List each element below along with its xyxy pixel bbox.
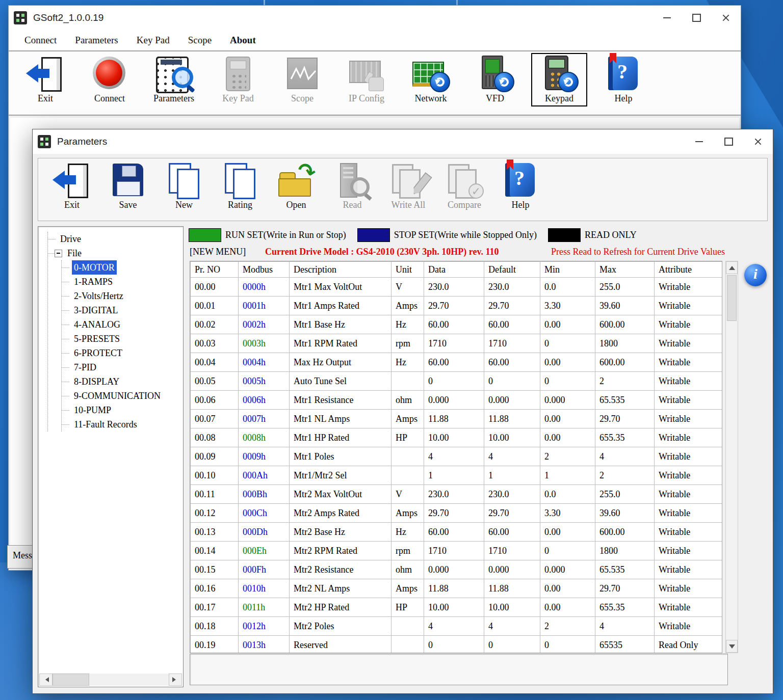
cell-min[interactable]: 2: [540, 447, 595, 466]
cell-pr[interactable]: 00.01: [191, 297, 239, 315]
cell-pr[interactable]: 00.06: [191, 391, 239, 410]
cell-modbus[interactable]: 0006h: [239, 391, 290, 410]
tree-item-10-pump[interactable]: 10-PUMP: [62, 403, 181, 417]
cell-data[interactable]: 10.00: [424, 598, 484, 617]
tree-item-1-ramps[interactable]: 1-RAMPS: [62, 275, 181, 289]
cell-desc[interactable]: Mtr1 Amps Rated: [290, 297, 392, 315]
tree-item-8-display[interactable]: 8-DISPLAY: [62, 374, 181, 389]
cell-desc[interactable]: Reserved: [290, 636, 392, 654]
cell-max[interactable]: 1800: [595, 334, 655, 353]
cell-attr[interactable]: Writable: [655, 523, 722, 542]
cell-max[interactable]: 2: [595, 466, 655, 485]
menu-item-about[interactable]: About: [221, 32, 265, 49]
cell-desc[interactable]: Mtr2 RPM Rated: [290, 542, 392, 560]
cell-max[interactable]: 65535: [595, 636, 655, 654]
cell-default[interactable]: 10.00: [484, 428, 540, 447]
cell-default[interactable]: 4: [484, 617, 540, 636]
toolbar-button-parameters[interactable]: Parameters: [148, 56, 199, 104]
cell-attr[interactable]: Writable: [655, 297, 722, 315]
cell-attr[interactable]: Writable: [655, 617, 722, 636]
cell-max[interactable]: 655.35: [595, 428, 655, 447]
cell-unit[interactable]: Amps: [392, 297, 424, 315]
cell-pr[interactable]: 00.07: [191, 410, 239, 428]
cell-attr[interactable]: Writable: [655, 598, 722, 617]
toolbar-button-new[interactable]: New: [160, 162, 208, 210]
cell-modbus[interactable]: 0012h: [239, 617, 290, 636]
minimize-button[interactable]: [652, 6, 682, 30]
cell-pr[interactable]: 00.08: [191, 428, 239, 447]
cell-desc[interactable]: Auto Tune Sel: [290, 372, 392, 391]
cell-unit[interactable]: ohm: [392, 391, 424, 410]
cell-unit[interactable]: HP: [392, 428, 424, 447]
scroll-right-button[interactable]: [169, 674, 182, 686]
cell-unit[interactable]: [392, 466, 424, 485]
cell-unit[interactable]: [392, 636, 424, 654]
close-button[interactable]: [743, 129, 773, 154]
cell-modbus[interactable]: 000Bh: [239, 485, 290, 504]
cell-max[interactable]: 39.60: [595, 297, 655, 315]
cell-min[interactable]: 1: [540, 466, 595, 485]
cell-modbus[interactable]: 0009h: [239, 447, 290, 466]
cell-desc[interactable]: Mtr2 Base Hz: [290, 523, 392, 542]
menu-item-connect[interactable]: Connect: [16, 32, 65, 49]
cell-modbus[interactable]: 0001h: [239, 297, 290, 315]
tree-item-0-motor[interactable]: 0-MOTOR: [62, 260, 181, 275]
cell-default[interactable]: 230.0: [484, 278, 540, 297]
cell-data[interactable]: 11.88: [424, 410, 484, 428]
toolbar-button-exit[interactable]: Exit: [47, 162, 96, 210]
cell-modbus[interactable]: 000Dh: [239, 523, 290, 542]
cell-desc[interactable]: Mtr2 Max VoltOut: [290, 485, 392, 504]
cell-default[interactable]: 11.88: [484, 579, 540, 598]
cell-unit[interactable]: HP: [392, 598, 424, 617]
cell-default[interactable]: 1710: [484, 334, 540, 353]
cell-data[interactable]: 0: [424, 372, 484, 391]
cell-modbus[interactable]: 000Ah: [239, 466, 290, 485]
cell-modbus[interactable]: 0011h: [239, 598, 290, 617]
cell-unit[interactable]: [392, 372, 424, 391]
cell-unit[interactable]: rpm: [392, 334, 424, 353]
toolbar-button-connect[interactable]: Connect: [84, 56, 135, 104]
cell-modbus[interactable]: 0003h: [239, 334, 290, 353]
toolbar-button-rating[interactable]: Rating: [216, 162, 265, 210]
cell-default[interactable]: 60.00: [484, 315, 540, 334]
cell-pr[interactable]: 00.09: [191, 447, 239, 466]
cell-default[interactable]: 11.88: [484, 410, 540, 428]
tree-item-6-protect[interactable]: 6-PROTECT: [62, 346, 181, 360]
cell-min[interactable]: 0: [540, 334, 595, 353]
cell-desc[interactable]: Mtr2 Poles: [290, 617, 392, 636]
cell-desc[interactable]: Mtr2 Amps Rated: [290, 504, 392, 523]
cell-pr[interactable]: 00.19: [191, 636, 239, 654]
cell-pr[interactable]: 00.04: [191, 353, 239, 372]
cell-modbus[interactable]: 0013h: [239, 636, 290, 654]
cell-min[interactable]: 0.0: [540, 485, 595, 504]
cell-default[interactable]: 0.000: [484, 391, 540, 410]
cell-unit[interactable]: Hz: [392, 353, 424, 372]
cell-min[interactable]: 0.000: [540, 391, 595, 410]
cell-data[interactable]: 230.0: [424, 485, 484, 504]
cell-max[interactable]: 255.0: [595, 485, 655, 504]
cell-data[interactable]: 0.000: [424, 391, 484, 410]
cell-max[interactable]: 600.00: [595, 315, 655, 334]
toolbar-button-open[interactable]: ↷Open: [272, 162, 321, 210]
cell-pr[interactable]: 00.14: [191, 542, 239, 560]
toolbar-button-network[interactable]: Network: [405, 56, 456, 104]
cell-unit[interactable]: Hz: [392, 315, 424, 334]
cell-unit[interactable]: ohm: [392, 560, 424, 579]
tree-item-3-digital[interactable]: 3-DIGITAL: [62, 303, 181, 317]
toolbar-button-exit[interactable]: Exit: [20, 56, 71, 104]
cell-modbus[interactable]: 000Eh: [239, 542, 290, 560]
cell-default[interactable]: 4: [484, 447, 540, 466]
cell-max[interactable]: 29.70: [595, 410, 655, 428]
scroll-left-button[interactable]: [39, 674, 53, 686]
cell-default[interactable]: 29.70: [484, 297, 540, 315]
cell-data[interactable]: 1710: [424, 334, 484, 353]
cell-desc[interactable]: Mtr1 Max VoltOut: [290, 278, 392, 297]
menu-item-key-pad[interactable]: Key Pad: [128, 32, 178, 49]
cell-attr[interactable]: Writable: [655, 410, 722, 428]
cell-min[interactable]: 0.00: [540, 523, 595, 542]
cell-max[interactable]: 39.60: [595, 504, 655, 523]
cell-desc[interactable]: Mtr1/Mtr2 Sel: [290, 466, 392, 485]
tree-item-drive[interactable]: Drive: [48, 232, 181, 246]
cell-data[interactable]: 29.70: [424, 297, 484, 315]
cell-attr[interactable]: Writable: [655, 278, 722, 297]
